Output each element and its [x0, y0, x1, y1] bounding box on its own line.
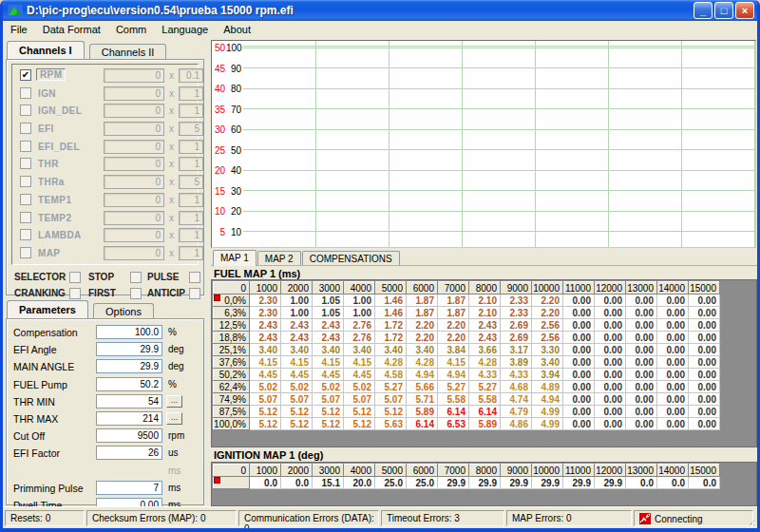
- map-cell[interactable]: 0.00: [626, 393, 657, 406]
- map-cell[interactable]: 0.00: [595, 344, 626, 356]
- map-cell[interactable]: 4.33: [501, 369, 532, 381]
- map-cell[interactable]: 0.00: [563, 418, 595, 430]
- map-cell[interactable]: 6.53: [438, 418, 469, 430]
- map-cell[interactable]: 4.15: [313, 356, 344, 369]
- map-cell[interactable]: 0.00: [563, 319, 595, 332]
- channel-mult-ign-del[interactable]: 1: [179, 104, 203, 118]
- map-cell[interactable]: 2.20: [532, 294, 563, 307]
- channel-mult-efi-del[interactable]: 1: [179, 140, 203, 154]
- map-cell[interactable]: 3.40: [250, 344, 281, 356]
- checkbox-map[interactable]: [20, 247, 31, 258]
- map-cell[interactable]: 0.0: [281, 477, 313, 489]
- map-cell[interactable]: 0.00: [657, 307, 689, 319]
- map-cell[interactable]: 0.00: [689, 406, 720, 418]
- map-cell[interactable]: 0.00: [563, 307, 595, 319]
- checkbox-ign[interactable]: [20, 87, 31, 99]
- checkbox-thra[interactable]: [20, 176, 31, 187]
- map-cell[interactable]: 5.12: [281, 406, 313, 418]
- map-cell[interactable]: 5.02: [250, 381, 281, 393]
- map-cell[interactable]: 5.27: [469, 381, 501, 393]
- map-cell[interactable]: 1.00: [344, 307, 375, 319]
- map-cell[interactable]: 2.43: [250, 332, 281, 344]
- map-cell[interactable]: 4.86: [501, 418, 532, 430]
- map-cell[interactable]: 0.00: [689, 356, 720, 369]
- param-value-efi-angle[interactable]: 29.9: [96, 342, 162, 356]
- map-cell[interactable]: 0.00: [689, 418, 720, 430]
- map-cell[interactable]: 0.00: [595, 369, 626, 381]
- map-cell[interactable]: 25.0: [407, 477, 438, 489]
- map-cell[interactable]: 4.28: [469, 356, 501, 369]
- channel-value-efi-del[interactable]: 0: [104, 140, 164, 154]
- channel-value-temp1[interactable]: 0: [104, 193, 164, 207]
- param-value-primming-pulse[interactable]: 7: [96, 481, 162, 495]
- map-cell[interactable]: 2.33: [501, 307, 532, 319]
- map-cell[interactable]: 0.00: [689, 369, 720, 381]
- map-cell[interactable]: 3.40: [344, 344, 375, 356]
- map-cell[interactable]: 2.43: [313, 319, 344, 332]
- map-cell[interactable]: 2.76: [344, 332, 375, 344]
- map-cell[interactable]: 5.12: [375, 406, 407, 418]
- checkbox-thr[interactable]: [20, 158, 31, 169]
- checkbox-selector[interactable]: [69, 272, 81, 283]
- tab-channels-i[interactable]: Channels I: [7, 41, 85, 59]
- channel-mult-efi[interactable]: 5: [179, 122, 203, 136]
- map-cell[interactable]: 3.40: [281, 344, 313, 356]
- menu-file[interactable]: File: [3, 23, 35, 36]
- map-cell[interactable]: 2.10: [469, 307, 501, 319]
- map-cell[interactable]: 4.89: [532, 381, 563, 393]
- channel-value-lambda[interactable]: 0: [104, 228, 164, 242]
- map-cell[interactable]: 1.87: [438, 307, 469, 319]
- map-cell[interactable]: 0.00: [626, 332, 657, 344]
- map-cell[interactable]: 4.74: [501, 393, 532, 406]
- tab-parameters[interactable]: Parameters: [7, 300, 88, 318]
- map-cell[interactable]: 1.87: [438, 294, 469, 307]
- map-cell[interactable]: 0.0: [657, 477, 689, 489]
- map-cell[interactable]: 2.10: [469, 294, 501, 307]
- map-cell[interactable]: 4.15: [250, 356, 281, 369]
- map-cell[interactable]: 0.00: [595, 393, 626, 406]
- map-cell[interactable]: 0.00: [563, 393, 595, 406]
- map-cell[interactable]: 5.12: [250, 406, 281, 418]
- map-cell[interactable]: 5.02: [344, 381, 375, 393]
- map-cell[interactable]: 1.87: [407, 307, 438, 319]
- checkbox-first[interactable]: [130, 288, 142, 299]
- channel-value-thr[interactable]: 0: [104, 157, 164, 171]
- map-cell[interactable]: 0.00: [595, 418, 626, 430]
- menu-data-format[interactable]: Data Format: [35, 23, 108, 36]
- map-cell[interactable]: 2.56: [532, 319, 563, 332]
- channel-value-thra[interactable]: 0: [104, 175, 164, 189]
- checkbox-ign-del[interactable]: [20, 104, 31, 116]
- map-cell[interactable]: 0.00: [626, 418, 657, 430]
- map-cell[interactable]: 1.46: [375, 294, 407, 307]
- map-cell[interactable]: 1.00: [281, 307, 313, 319]
- map-cell[interactable]: 0.00: [657, 294, 689, 307]
- map-cell[interactable]: 4.15: [438, 356, 469, 369]
- param-value-thr-min[interactable]: 54: [96, 394, 162, 408]
- channel-mult-thra[interactable]: 5: [179, 175, 203, 189]
- param-browse-button-thr-min[interactable]: ...: [166, 395, 182, 408]
- map-cell[interactable]: 2.20: [407, 319, 438, 332]
- map-cell[interactable]: 4.45: [313, 369, 344, 381]
- map-cell[interactable]: 0.00: [657, 356, 689, 369]
- channel-value-rpm[interactable]: 0: [104, 68, 164, 83]
- maximize-button[interactable]: □: [714, 2, 733, 19]
- map-cell[interactable]: 1.72: [375, 319, 407, 332]
- map-cell[interactable]: 0.00: [657, 393, 689, 406]
- checkbox-lambda[interactable]: [20, 229, 31, 240]
- map-cell[interactable]: 6.14: [469, 406, 501, 418]
- map-cell[interactable]: 5.12: [313, 418, 344, 430]
- map-cell[interactable]: 0.00: [689, 319, 720, 332]
- map-cell[interactable]: 1.05: [313, 294, 344, 307]
- map-cell[interactable]: 0.00: [595, 332, 626, 344]
- map-cell[interactable]: 4.99: [532, 406, 563, 418]
- checkbox-temp2[interactable]: [20, 212, 31, 223]
- tab-map-2[interactable]: MAP 2: [257, 251, 301, 265]
- map-cell[interactable]: 5.89: [469, 418, 501, 430]
- map-cell[interactable]: 4.28: [375, 356, 407, 369]
- map-cell[interactable]: 5.02: [313, 381, 344, 393]
- map-cell[interactable]: 2.43: [281, 332, 313, 344]
- map-cell[interactable]: 2.43: [281, 319, 313, 332]
- map-cell[interactable]: 0.00: [563, 406, 595, 418]
- map-cell[interactable]: 5.07: [344, 393, 375, 406]
- map-cell[interactable]: 0.00: [595, 406, 626, 418]
